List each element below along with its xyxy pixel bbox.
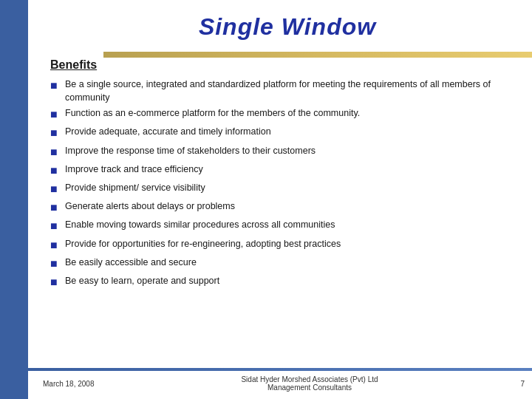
- list-item-text: Enable moving towards similar procedures…: [65, 218, 335, 231]
- footer-page: 7: [502, 380, 525, 388]
- slide: Single Window Benefits ■Be a single sour…: [0, 0, 532, 399]
- bullet-icon: ■: [50, 124, 61, 141]
- list-item: ■Provide shipment/ service visibility: [50, 181, 517, 197]
- list-item: ■Be a single source, integrated and stan…: [50, 78, 517, 104]
- list-item-text: Improve track and trace efficiency: [65, 163, 203, 176]
- list-item: ■Generate alerts about delays or problem…: [50, 200, 517, 216]
- list-item-text: Function as an e-commerce platform for t…: [65, 106, 360, 120]
- list-item: ■Provide adequate, accurate and timely i…: [50, 125, 517, 141]
- bullet-icon: ■: [50, 162, 61, 179]
- list-item: ■Improve the response time of stakeholde…: [50, 144, 517, 160]
- footer-date: March 18, 2008: [43, 380, 117, 388]
- bullet-icon: ■: [50, 236, 61, 253]
- bullet-icon: ■: [50, 180, 61, 197]
- bullet-icon: ■: [50, 77, 61, 94]
- list-item-text: Be a single source, integrated and stand…: [65, 78, 517, 104]
- list-item-text: Be easily accessible and secure: [65, 256, 197, 269]
- slide-title: Single Window: [43, 0, 532, 48]
- bullet-icon: ■: [50, 199, 61, 216]
- bullet-icon: ■: [50, 106, 61, 123]
- list-item-text: Provide for opportunities for re-enginee…: [65, 237, 341, 250]
- list-item: ■Be easy to learn, operate and support: [50, 274, 517, 290]
- bullet-icon: ■: [50, 143, 61, 160]
- section-title: Benefits: [43, 58, 532, 72]
- list-item: ■Improve track and trace efficiency: [50, 163, 517, 179]
- left-accent-strip: [0, 0, 28, 399]
- list-item-text: Improve the response time of stakeholder…: [65, 144, 316, 157]
- footer: March 18, 2008 Sidat Hyder Morshed Assoc…: [43, 375, 525, 392]
- footer-company: Sidat Hyder Morshed Associates (Pvt) Ltd: [117, 375, 502, 383]
- footer-center: Sidat Hyder Morshed Associates (Pvt) Ltd…: [117, 375, 502, 392]
- footer-subtitle: Management Consultants: [117, 383, 502, 392]
- benefits-list: ■Be a single source, integrated and stan…: [43, 78, 532, 290]
- list-item: ■Be easily accessible and secure: [50, 256, 517, 272]
- bullet-icon: ■: [50, 217, 61, 234]
- list-item: ■Enable moving towards similar procedure…: [50, 218, 517, 234]
- bullet-icon: ■: [50, 273, 61, 290]
- list-item-text: Be easy to learn, operate and support: [65, 274, 219, 287]
- list-item: ■Function as an e-commerce platform for …: [50, 106, 517, 123]
- list-item: ■Provide for opportunities for re-engine…: [50, 237, 517, 253]
- list-item-text: Generate alerts about delays or problems: [65, 200, 235, 213]
- list-item-text: Provide adequate, accurate and timely in…: [65, 125, 271, 138]
- bullet-icon: ■: [50, 255, 61, 272]
- list-item-text: Provide shipment/ service visibility: [65, 181, 205, 194]
- content-area: Single Window Benefits ■Be a single sour…: [43, 0, 532, 399]
